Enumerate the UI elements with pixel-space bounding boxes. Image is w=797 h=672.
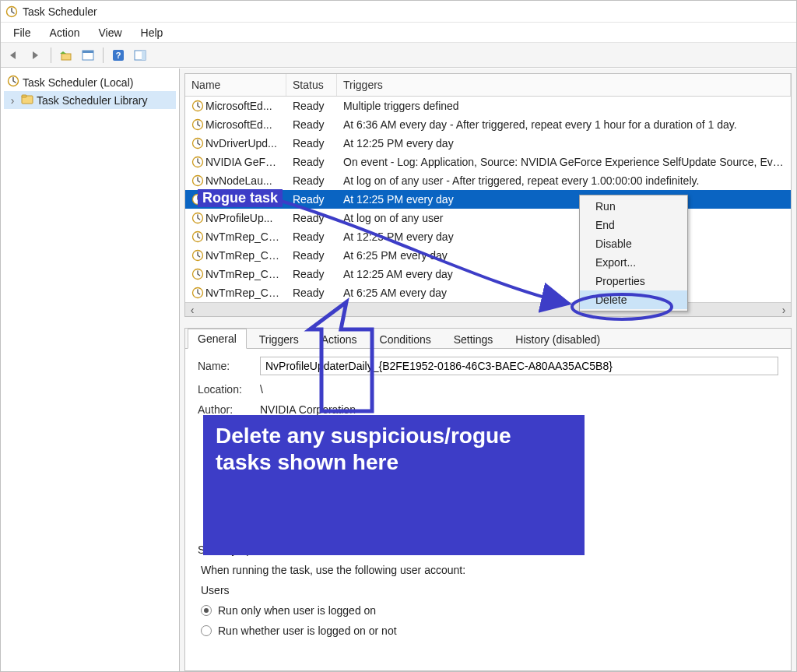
task-row[interactable]: NVIDIA GeFo...ReadyOn event - Log: Appli… bbox=[185, 153, 791, 171]
task-row[interactable]: NvTmRep_Cr...ReadyAt 6:25 PM every day bbox=[185, 246, 791, 265]
clock-icon bbox=[191, 193, 204, 206]
svg-rect-3 bbox=[83, 51, 93, 53]
task-row[interactable]: MicrosoftEd...ReadyMultiple triggers def… bbox=[185, 97, 791, 115]
tabs-row: GeneralTriggersActionsConditionsSettings… bbox=[185, 329, 791, 349]
task-trigger: At 12:25 PM every day bbox=[337, 229, 791, 245]
task-row[interactable]: NvTmRep_Cr...ReadyAt 12:25 AM every day bbox=[185, 265, 791, 283]
task-trigger: At 6:25 PM every day bbox=[337, 248, 791, 263]
ctx-export-[interactable]: Export... bbox=[580, 253, 687, 272]
ctx-end[interactable]: End bbox=[580, 216, 687, 234]
svg-rect-10 bbox=[22, 95, 26, 97]
toolbar: ? bbox=[1, 43, 796, 68]
task-name: NvProfileUp... bbox=[205, 212, 272, 224]
name-label: Name: bbox=[198, 360, 252, 372]
clock-icon bbox=[7, 75, 19, 90]
task-scheduler-window: Task Scheduler File Action View Help ? T… bbox=[0, 0, 797, 672]
details-panel: GeneralTriggersActionsConditionsSettings… bbox=[184, 328, 792, 671]
radio-logged-on[interactable]: Run only when user is logged on bbox=[198, 604, 778, 617]
task-trigger: At 12:25 PM every day bbox=[337, 135, 791, 151]
horizontal-scrollbar[interactable]: ‹ › bbox=[185, 302, 791, 316]
field-author-row: Author: NVIDIA Corporation bbox=[198, 403, 778, 416]
task-status: Ready bbox=[286, 210, 337, 226]
name-input[interactable] bbox=[260, 357, 778, 375]
scroll-left-icon[interactable]: ‹ bbox=[185, 303, 199, 317]
field-name-row: Name: bbox=[198, 357, 778, 375]
menu-file[interactable]: File bbox=[5, 24, 39, 41]
svg-rect-1 bbox=[61, 54, 71, 60]
tree-root[interactable]: Task Scheduler (Local) bbox=[4, 73, 176, 91]
tab-actions[interactable]: Actions bbox=[311, 329, 367, 349]
help-button[interactable]: ? bbox=[110, 47, 127, 64]
location-label: Location: bbox=[198, 383, 252, 396]
task-trigger: At 6:25 AM every day bbox=[337, 285, 791, 301]
clock-icon bbox=[191, 100, 204, 112]
security-user: Users bbox=[198, 584, 778, 596]
field-location-row: Location: \ bbox=[198, 383, 778, 396]
author-value: NVIDIA Corporation bbox=[260, 403, 356, 416]
clock-icon bbox=[191, 156, 204, 168]
app-icon bbox=[5, 5, 18, 18]
titlebar: Task Scheduler bbox=[1, 1, 796, 23]
task-row[interactable]: MicrosoftEd...ReadyAt 6:36 AM every day … bbox=[185, 115, 791, 134]
clock-icon bbox=[191, 230, 204, 243]
task-status: Ready bbox=[286, 154, 337, 170]
context-menu: RunEndDisableExport...PropertiesDelete bbox=[579, 195, 688, 311]
author-label: Author: bbox=[198, 403, 252, 416]
menu-view[interactable]: View bbox=[90, 24, 129, 41]
task-name: NvTmRep_Cr... bbox=[205, 287, 280, 299]
clock-icon bbox=[191, 287, 204, 299]
tab-settings[interactable]: Settings bbox=[444, 329, 504, 349]
task-row[interactable]: NvDriverUpd...ReadyAt 12:25 PM every day bbox=[185, 134, 791, 153]
task-name: NvProfileUp... bbox=[205, 193, 272, 206]
folder-icon bbox=[21, 93, 33, 107]
task-status: Ready bbox=[286, 229, 337, 245]
expand-icon[interactable]: › bbox=[7, 94, 18, 107]
ctx-run[interactable]: Run bbox=[580, 197, 687, 216]
task-row[interactable]: NvProfileUp...ReadyAt 12:25 PM every day bbox=[185, 190, 791, 209]
tab-conditions[interactable]: Conditions bbox=[370, 329, 441, 349]
tab-history-disabled-[interactable]: History (disabled) bbox=[505, 329, 610, 349]
tab-general[interactable]: General bbox=[188, 329, 247, 349]
ctx-properties[interactable]: Properties bbox=[580, 272, 687, 290]
tree-root-label: Task Scheduler (Local) bbox=[23, 76, 133, 89]
task-name: MicrosoftEd... bbox=[205, 118, 272, 131]
panel-button[interactable] bbox=[132, 47, 149, 64]
task-row[interactable]: NvTmRep_Cr...ReadyAt 6:25 AM every day bbox=[185, 283, 791, 302]
task-trigger: At 6:36 AM every day - After triggered, … bbox=[337, 117, 791, 132]
tab-triggers[interactable]: Triggers bbox=[249, 329, 309, 349]
task-row[interactable]: NvNodeLau...ReadyAt log on of any user -… bbox=[185, 171, 791, 190]
back-button[interactable] bbox=[5, 47, 23, 64]
menubar: File Action View Help bbox=[1, 23, 796, 43]
radio-icon bbox=[201, 625, 212, 636]
menu-action[interactable]: Action bbox=[42, 24, 88, 41]
radio-label: Run only when user is logged on bbox=[218, 604, 376, 617]
scroll-right-icon[interactable]: › bbox=[777, 303, 791, 317]
menu-help[interactable]: Help bbox=[133, 24, 171, 41]
tasks-list: Name Status Triggers MicrosoftEd...Ready… bbox=[184, 73, 792, 317]
task-trigger: Multiple triggers defined bbox=[337, 98, 791, 114]
col-status[interactable]: Status bbox=[286, 74, 337, 96]
col-triggers[interactable]: Triggers bbox=[337, 74, 791, 96]
clock-icon bbox=[191, 174, 204, 187]
task-row[interactable]: NvTmRep_Cr...ReadyAt 12:25 PM every day bbox=[185, 227, 791, 246]
tree-library[interactable]: › Task Scheduler Library bbox=[4, 91, 176, 109]
toolbar-separator bbox=[51, 47, 51, 63]
task-status: Ready bbox=[286, 135, 337, 151]
radio-any-time[interactable]: Run whether user is logged on or not bbox=[198, 625, 778, 637]
clock-icon bbox=[191, 212, 204, 224]
clock-icon bbox=[191, 118, 204, 131]
forward-button[interactable] bbox=[27, 47, 44, 64]
tree-library-label: Task Scheduler Library bbox=[37, 94, 147, 107]
tasks-body[interactable]: MicrosoftEd...ReadyMultiple triggers def… bbox=[185, 97, 791, 302]
task-trigger: At log on of any user - After triggered,… bbox=[337, 173, 791, 188]
ctx-disable[interactable]: Disable bbox=[580, 234, 687, 253]
up-button[interactable] bbox=[58, 47, 75, 64]
task-row[interactable]: NvProfileUp...ReadyAt log on of any user bbox=[185, 209, 791, 227]
properties-button[interactable] bbox=[79, 47, 97, 64]
task-name: MicrosoftEd... bbox=[205, 100, 272, 112]
ctx-delete[interactable]: Delete bbox=[580, 290, 687, 309]
col-name[interactable]: Name bbox=[185, 74, 286, 96]
radio-icon bbox=[201, 605, 212, 616]
tree-pane[interactable]: Task Scheduler (Local) › Task Scheduler … bbox=[1, 69, 180, 671]
main-pane: Name Status Triggers MicrosoftEd...Ready… bbox=[180, 69, 796, 671]
